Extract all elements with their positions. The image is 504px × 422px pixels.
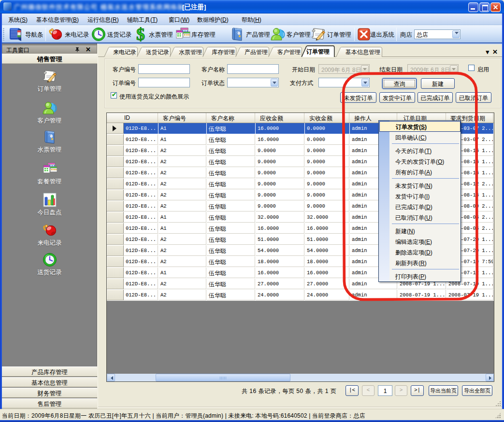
- svg-text:$: $: [136, 26, 145, 43]
